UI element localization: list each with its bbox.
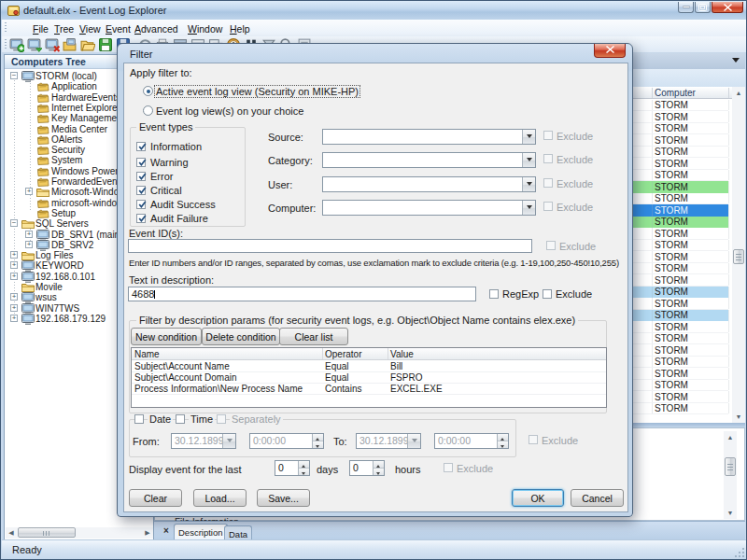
source-combobox[interactable] <box>322 129 536 145</box>
open-file-icon[interactable] <box>80 37 95 52</box>
computer-combobox[interactable] <box>322 200 536 216</box>
days-up-icon[interactable] <box>299 461 309 468</box>
to-time-spinner[interactable]: 0:00:00 <box>434 433 509 449</box>
tree-expander-icon[interactable]: + <box>25 241 33 248</box>
from-time-up-icon[interactable] <box>313 434 323 441</box>
menu-tree[interactable]: Tree <box>54 23 74 35</box>
error-checkbox[interactable] <box>136 172 146 181</box>
menu-advanced[interactable]: Advanced <box>134 23 178 35</box>
menu-file[interactable]: File <box>33 23 49 35</box>
critical-label[interactable]: Critical <box>150 185 182 196</box>
separately-label[interactable]: Separately <box>230 413 283 425</box>
to-time-up-icon[interactable] <box>498 434 508 441</box>
conditions-column-operator[interactable]: Operator <box>322 349 361 359</box>
regexp-label[interactable]: RegExp <box>502 288 539 300</box>
from-time-down-icon[interactable] <box>313 441 323 448</box>
source-exclude-label[interactable]: Exclude <box>557 131 593 142</box>
critical-checkbox[interactable] <box>136 186 146 195</box>
open-remote-log-icon[interactable] <box>63 37 78 52</box>
tab-data[interactable]: Data <box>224 525 252 539</box>
radio-choice-view[interactable] <box>143 105 153 116</box>
to-date-dropdown-icon[interactable] <box>407 434 420 448</box>
tree-expander-icon[interactable]: + <box>10 261 18 269</box>
condition-row[interactable]: Subject\Account DomainEqualFSPRO <box>132 372 606 384</box>
tree-expander-icon[interactable]: + <box>25 188 33 195</box>
close-pane-button[interactable]: × <box>160 525 173 538</box>
display-last-exclude-label[interactable]: Exclude <box>457 463 493 474</box>
scroll-up-icon[interactable]: ▲ <box>732 87 745 99</box>
source-exclude-checkbox[interactable] <box>543 131 553 140</box>
clear-button[interactable]: Clear <box>129 489 182 507</box>
user-exclude-checkbox[interactable] <box>543 178 553 188</box>
audit-success-checkbox[interactable] <box>136 200 146 209</box>
date-label[interactable]: Date <box>148 413 173 425</box>
event-ids-exclude-label[interactable]: Exclude <box>559 241 596 252</box>
from-time-spinner[interactable]: 0:00:00 <box>249 433 324 449</box>
list-vertical-scrollbar[interactable]: ▲ ▼ <box>732 87 745 423</box>
text-exclude-checkbox[interactable] <box>543 289 552 299</box>
category-combobox[interactable] <box>322 152 536 168</box>
close-button[interactable] <box>712 2 743 13</box>
display-last-exclude-checkbox[interactable] <box>444 463 453 472</box>
tree-hscroll-thumb[interactable] <box>18 527 76 538</box>
desc-scroll-up-icon[interactable]: ▲ <box>724 431 737 443</box>
disconnect-computer-icon[interactable] <box>45 37 60 52</box>
to-time-down-icon[interactable] <box>498 441 508 448</box>
load-button[interactable]: Load... <box>193 489 247 507</box>
audit-failure-checkbox[interactable] <box>136 214 146 223</box>
from-date-dropdown-icon[interactable] <box>222 434 235 448</box>
dropdown-arrow-icon[interactable] <box>732 58 740 66</box>
user-combobox[interactable] <box>322 176 536 192</box>
regexp-checkbox[interactable] <box>489 289 499 299</box>
category-exclude-label[interactable]: Exclude <box>557 154 593 165</box>
menu-window[interactable]: Window <box>188 23 222 35</box>
condition-row[interactable]: Process Information\New Process NameCont… <box>132 384 606 395</box>
delete-condition-button[interactable]: Delete condition <box>202 328 280 345</box>
scroll-down-icon[interactable]: ▼ <box>732 411 745 423</box>
menu-event[interactable]: Event <box>106 23 131 35</box>
text-in-description-input[interactable]: 4688 <box>128 287 476 301</box>
radio-active-view-label[interactable]: Active event log view (Security on MIKE-… <box>155 86 359 97</box>
menu-view[interactable]: View <box>79 23 101 35</box>
dialog-close-button[interactable] <box>594 44 626 58</box>
tree-expander-icon[interactable]: + <box>10 304 18 312</box>
hours-up-icon[interactable] <box>374 461 384 468</box>
user-dropdown-icon[interactable] <box>522 177 535 191</box>
ok-button[interactable]: OK <box>512 489 564 507</box>
conditions-column-name[interactable]: Name <box>132 349 160 359</box>
menu-grip[interactable] <box>5 22 7 34</box>
title-bar[interactable]: default.elx - Event Log Explorer <box>1 1 747 20</box>
computer-dropdown-icon[interactable] <box>522 201 535 215</box>
save-log-green-icon[interactable] <box>98 37 113 52</box>
tree-expander-icon[interactable]: + <box>10 293 18 301</box>
event-ids-exclude-checkbox[interactable] <box>546 241 556 250</box>
text-exclude-label[interactable]: Exclude <box>556 288 592 300</box>
description-scrollbar[interactable]: ▲ ▼ <box>724 431 737 519</box>
category-dropdown-icon[interactable] <box>522 153 535 167</box>
audit-success-label[interactable]: Audit Success <box>150 199 216 210</box>
hours-spinner[interactable]: 0 <box>349 460 385 476</box>
hours-down-icon[interactable] <box>374 468 384 475</box>
tree-horizontal-scrollbar[interactable]: ◀ ▶ <box>6 527 153 539</box>
computer-exclude-checkbox[interactable] <box>543 202 553 211</box>
information-label[interactable]: Information <box>150 141 202 152</box>
connect-computer-icon[interactable] <box>9 37 24 52</box>
radio-choice-view-label[interactable]: Event log view(s) on your choice <box>156 105 303 117</box>
tab-description[interactable]: Description <box>174 524 228 539</box>
tree-expander-icon[interactable]: − <box>10 72 18 79</box>
column-header-computer[interactable]: Computer <box>655 88 696 98</box>
cancel-button[interactable]: Cancel <box>571 489 624 507</box>
information-checkbox[interactable] <box>136 142 146 151</box>
save-button[interactable]: Save... <box>257 489 310 507</box>
category-exclude-checkbox[interactable] <box>543 154 553 163</box>
to-date-picker[interactable]: 30.12.1899 <box>356 433 421 449</box>
from-date-picker[interactable]: 30.12.1899 <box>171 433 236 449</box>
list-vscroll-thumb[interactable] <box>733 249 744 264</box>
minimize-button[interactable] <box>678 2 694 13</box>
error-label[interactable]: Error <box>150 171 173 182</box>
scroll-left-icon[interactable]: ◀ <box>6 527 17 539</box>
computer-exclude-label[interactable]: Exclude <box>557 202 593 213</box>
tree-expander-icon[interactable]: + <box>10 273 18 280</box>
time-checkbox[interactable] <box>176 414 185 424</box>
new-condition-button[interactable]: New condition <box>131 328 202 345</box>
